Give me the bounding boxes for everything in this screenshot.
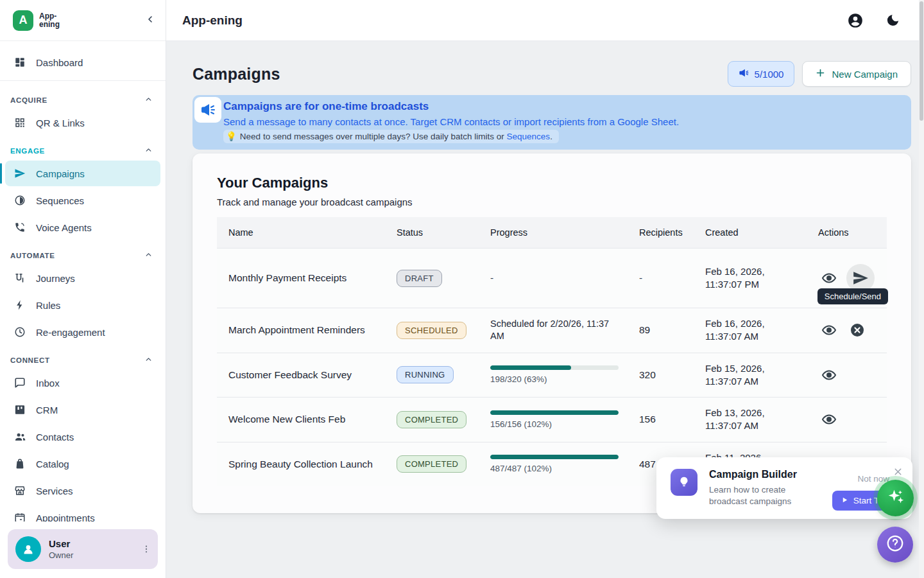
user-avatar [15, 536, 41, 562]
sidebar-item-inbox[interactable]: Inbox [5, 370, 160, 396]
sidebar-item-re-engagement[interactable]: Re-engagement [5, 319, 160, 345]
quota-text: 5/1000 [755, 69, 784, 80]
progress-bar [490, 455, 619, 459]
sidebar-item-label: Sequences [36, 195, 84, 206]
status-badge: SCHEDULED [397, 322, 466, 339]
send-icon [13, 168, 27, 179]
progress-label: 198/320 (63%) [490, 374, 621, 384]
sidebar-item-label: Campaigns [36, 168, 85, 179]
sidebar: A App-ening Dashboard ACQUIRE QR & Links [0, 0, 166, 578]
sidebar-header: A App-ening [0, 0, 166, 41]
plus-icon [816, 68, 825, 80]
close-icon[interactable] [893, 466, 903, 477]
app-title: App-ening [182, 13, 243, 28]
sidebar-item-label: Rules [36, 300, 60, 311]
campaigns-table: Name Status Progress Recipients Created … [217, 217, 887, 486]
sidebar-item-journeys[interactable]: Journeys [5, 265, 160, 291]
chevron-left-icon [145, 14, 155, 27]
megaphone-icon [739, 67, 749, 80]
sidebar-item-catalog[interactable]: Catalog [5, 451, 160, 477]
banner-body: Send a message to many contacts at once.… [223, 116, 902, 127]
table-row[interactable]: Welcome New Clients Feb COMPLETED 156/15… [217, 398, 887, 442]
page-title: Campaigns [193, 65, 280, 83]
app-logo-icon: A [13, 10, 33, 31]
status-badge: COMPLETED [397, 411, 466, 428]
progress-bar [490, 410, 619, 415]
card-title: Your Campaigns [217, 175, 887, 191]
scrollbar-thumb[interactable] [920, 1, 923, 121]
recipients-value: 89 [628, 308, 694, 353]
tip-suffix: . [550, 132, 552, 141]
section-engage[interactable]: ENGAGE [0, 137, 166, 159]
progress-text: Scheduled for 2/20/26, 11:37 AM [490, 318, 621, 343]
sidebar-collapse-button[interactable] [145, 14, 155, 27]
new-campaign-button[interactable]: New Campaign [802, 61, 911, 87]
sidebar-item-label: Services [36, 486, 73, 496]
card-subtitle: Track and manage your broadcast campaign… [217, 197, 887, 207]
sidebar-item-label: CRM [36, 405, 58, 416]
sidebar-item-label: Voice Agents [36, 222, 92, 233]
sequences-link[interactable]: Sequences [507, 132, 551, 141]
table-row[interactable]: March Appointment Reminders SCHEDULED Sc… [217, 308, 887, 353]
status-badge: COMPLETED [397, 455, 466, 473]
sidebar-item-label: Dashboard [36, 57, 83, 68]
tooltip: Schedule/Send [817, 288, 888, 304]
lightbulb-emoji: 💡 [226, 131, 237, 141]
dark-mode-toggle[interactable] [886, 13, 900, 28]
col-header-name: Name [217, 217, 385, 249]
help-button[interactable] [877, 527, 913, 563]
active-indicator [0, 163, 2, 184]
campaign-quota-badge[interactable]: 5/1000 [728, 61, 795, 87]
chevron-up-icon [144, 250, 153, 260]
view-button[interactable] [818, 319, 840, 341]
section-connect[interactable]: CONNECT [0, 346, 166, 369]
account-button[interactable] [847, 12, 864, 29]
divider [0, 80, 166, 81]
scrollbar[interactable] [919, 0, 924, 578]
progress-label: 487/487 (102%) [490, 464, 621, 473]
chevron-up-icon [144, 355, 153, 365]
progress-empty: - [490, 272, 493, 283]
recipients-value: 156 [628, 398, 694, 442]
cancel-button[interactable] [846, 319, 868, 341]
campaign-builder-popup: Campaign Builder Learn how to create bro… [656, 457, 912, 519]
not-now-button[interactable]: Not now [857, 474, 889, 484]
user-card[interactable]: User Owner [8, 529, 158, 569]
sidebar-nav: Dashboard ACQUIRE QR & Links ENGAGE Camp… [0, 42, 166, 521]
table-row[interactable]: Monthly Payment Receipts DRAFT - - Feb 1… [217, 249, 887, 308]
assistant-fab[interactable] [877, 480, 914, 516]
sidebar-item-rules[interactable]: Rules [5, 292, 160, 318]
section-automate[interactable]: AUTOMATE [0, 241, 166, 264]
section-acquire[interactable]: ACQUIRE [0, 86, 166, 109]
lightbulb-icon [671, 469, 697, 496]
sidebar-item-services[interactable]: Services [5, 478, 160, 504]
user-role: Owner [49, 550, 73, 560]
chevron-up-icon [144, 146, 153, 155]
sidebar-item-voice-agents[interactable]: Voice Agents [5, 215, 160, 240]
section-label: AUTOMATE [10, 252, 55, 259]
view-button[interactable] [818, 267, 840, 289]
col-header-recipients: Recipients [628, 217, 694, 249]
campaign-name: Welcome New Clients Feb [217, 398, 385, 442]
sidebar-item-label: QR & Links [36, 118, 85, 128]
chat-icon [13, 377, 27, 389]
table-row[interactable]: Customer Feedback Survey RUNNING 198/320… [217, 353, 887, 398]
dashboard-icon [13, 57, 27, 68]
sidebar-item-crm[interactable]: CRM [5, 397, 160, 423]
sidebar-item-qr-links[interactable]: QR & Links [5, 110, 160, 136]
sidebar-item-appointments[interactable]: Appointments [5, 505, 160, 521]
view-button[interactable] [818, 364, 840, 386]
sidebar-item-label: Catalog [36, 459, 69, 469]
qr-code-icon [13, 117, 27, 128]
shopping-bag-icon [13, 458, 27, 469]
sidebar-item-campaigns[interactable]: Campaigns [5, 161, 160, 186]
view-button[interactable] [818, 408, 840, 430]
play-icon [841, 496, 848, 505]
sidebar-item-dashboard[interactable]: Dashboard [5, 49, 160, 75]
sidebar-item-contacts[interactable]: Contacts [5, 424, 160, 450]
sidebar-item-sequences[interactable]: Sequences [5, 188, 160, 213]
phone-call-icon [13, 222, 27, 233]
kebab-menu-icon[interactable] [141, 544, 151, 554]
sidebar-item-label: Contacts [36, 432, 74, 442]
progress-bar [490, 365, 619, 370]
